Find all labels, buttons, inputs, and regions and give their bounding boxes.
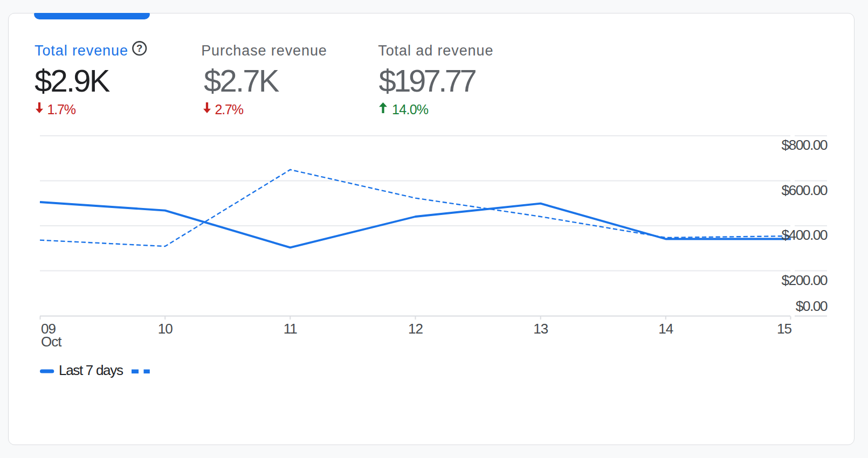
svg-text:12: 12 (408, 321, 423, 337)
svg-text:11: 11 (284, 321, 298, 337)
svg-text:Last 7 days: Last 7 days (59, 362, 123, 378)
svg-text:$400.00: $400.00 (781, 227, 827, 243)
svg-text:$0.00: $0.00 (796, 298, 828, 314)
svg-text:13: 13 (533, 321, 548, 337)
svg-text:10: 10 (158, 321, 173, 337)
svg-text:14: 14 (658, 321, 673, 337)
svg-text:$600.00: $600.00 (781, 182, 827, 198)
svg-text:$800.00: $800.00 (781, 137, 827, 153)
svg-text:Oct: Oct (41, 334, 62, 350)
svg-text:$200.00: $200.00 (781, 272, 827, 288)
svg-text:15: 15 (777, 321, 791, 337)
